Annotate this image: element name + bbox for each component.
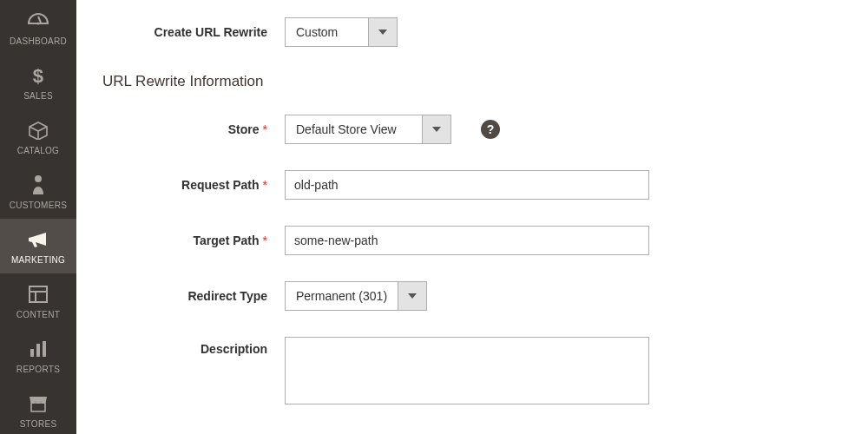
svg-text:$: $ xyxy=(33,65,44,87)
main-content: Create URL Rewrite Custom URL Rewrite In… xyxy=(76,0,868,434)
textarea-description[interactable] xyxy=(285,337,649,404)
svg-rect-6 xyxy=(30,349,34,357)
sidebar-item-label: REPORTS xyxy=(16,365,60,374)
storefront-icon xyxy=(28,391,49,416)
row-redirect-type: Redirect Type Permanent (301) xyxy=(102,281,833,311)
svg-point-2 xyxy=(35,175,42,182)
sidebar-item-label: CATALOG xyxy=(17,146,59,155)
sidebar-item-sales[interactable]: $ SALES xyxy=(0,55,76,109)
label-request-path: Request Path* xyxy=(102,178,285,192)
label-target-path: Target Path* xyxy=(102,233,285,247)
label-redirect-type: Redirect Type xyxy=(102,289,285,303)
input-request-path[interactable] xyxy=(285,170,649,200)
svg-rect-8 xyxy=(43,341,46,357)
sidebar-item-label: MARKETING xyxy=(11,255,65,265)
svg-point-0 xyxy=(37,23,40,25)
sidebar-item-label: DASHBOARD xyxy=(10,36,67,46)
help-icon[interactable]: ? xyxy=(481,120,500,139)
bars-icon xyxy=(29,337,48,361)
select-value: Custom xyxy=(285,17,368,47)
chevron-down-icon xyxy=(422,115,451,144)
svg-rect-9 xyxy=(31,403,45,411)
section-title: URL Rewrite Information xyxy=(102,73,833,90)
layout-icon xyxy=(29,282,48,306)
sidebar-item-label: STORES xyxy=(20,419,57,429)
svg-rect-3 xyxy=(30,286,47,302)
select-value: Permanent (301) xyxy=(285,281,398,311)
row-create-url-rewrite: Create URL Rewrite Custom xyxy=(102,17,833,47)
sidebar-item-content[interactable]: CONTENT xyxy=(0,273,76,328)
select-create-url-rewrite[interactable]: Custom xyxy=(285,17,398,47)
svg-rect-7 xyxy=(36,344,40,357)
admin-sidebar: DASHBOARD $ SALES CATALOG CUSTOMERS MARK… xyxy=(0,0,76,434)
sidebar-item-catalog[interactable]: CATALOG xyxy=(0,109,76,164)
label-description: Description xyxy=(102,337,285,356)
row-request-path: Request Path* xyxy=(102,170,833,200)
megaphone-icon xyxy=(27,227,49,252)
person-icon xyxy=(30,173,46,197)
sidebar-item-dashboard[interactable]: DASHBOARD xyxy=(0,0,76,55)
sidebar-item-stores[interactable]: STORES xyxy=(0,383,76,434)
row-store: Store* Default Store View ? xyxy=(102,115,833,144)
select-value: Default Store View xyxy=(285,115,422,144)
sidebar-item-customers[interactable]: CUSTOMERS xyxy=(0,164,76,219)
sidebar-item-label: SALES xyxy=(23,91,53,101)
label-store: Store* xyxy=(102,122,285,136)
select-store[interactable]: Default Store View xyxy=(285,115,451,144)
label-create-url-rewrite: Create URL Rewrite xyxy=(102,25,285,39)
sidebar-item-label: CONTENT xyxy=(16,310,60,319)
dollar-icon: $ xyxy=(30,63,46,88)
row-target-path: Target Path* xyxy=(102,226,833,255)
select-redirect-type[interactable]: Permanent (301) xyxy=(285,281,427,311)
sidebar-item-marketing[interactable]: MARKETING xyxy=(0,219,76,273)
gauge-icon xyxy=(27,9,49,33)
box-icon xyxy=(28,118,49,142)
row-description: Description xyxy=(102,337,833,404)
chevron-down-icon xyxy=(398,281,427,311)
sidebar-item-label: CUSTOMERS xyxy=(10,201,67,210)
sidebar-item-reports[interactable]: REPORTS xyxy=(0,328,76,383)
input-target-path[interactable] xyxy=(285,226,649,255)
chevron-down-icon xyxy=(368,17,398,47)
